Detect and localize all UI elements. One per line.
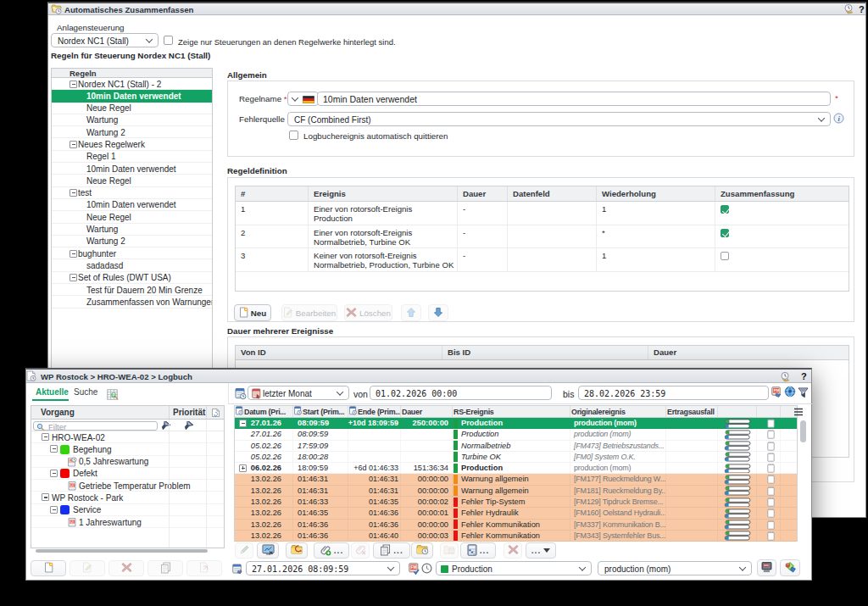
zusammenfassung-checkbox[interactable]: [721, 229, 729, 237]
log-column-header[interactable]: RS-Ereignis: [453, 406, 570, 417]
calculator-button[interactable]: ...: [460, 542, 496, 559]
more-actions-button[interactable]: ...: [526, 542, 556, 559]
regeldefinition-column-header[interactable]: Zusammenfassung: [715, 186, 850, 201]
folder-mail-button[interactable]: [440, 542, 459, 559]
rules-tree-item[interactable]: Neue Regel: [52, 211, 212, 223]
expander-minus-icon[interactable]: [50, 445, 58, 453]
rs-save-icon[interactable]: FM: [771, 386, 782, 399]
note-cell-icon[interactable]: [767, 498, 775, 507]
neu-button[interactable]: Neu: [234, 304, 271, 321]
vorgang-tree-item[interactable]: RSGetriebe Temperatur Problem: [31, 480, 224, 492]
vertical-scrollbar[interactable]: [800, 420, 806, 442]
rules-tree-item[interactable]: Test für Dauern 20 Min Grenze: [52, 284, 212, 296]
page-edit-button[interactable]: [70, 560, 105, 576]
note-cell-icon[interactable]: [767, 531, 775, 541]
log-row[interactable]: 13.02.2601:46:3101:46:3100:00:00Warnung …: [235, 486, 797, 497]
datetime-select[interactable]: 27.01.2026 08:09:59: [246, 561, 400, 575]
report-table-icon[interactable]: P: [107, 389, 119, 402]
vorgang-column-header[interactable]: Vorgang: [41, 408, 75, 417]
rules-tree-item[interactable]: sadadasd: [52, 259, 212, 271]
regeldefinition-row[interactable]: 3Keiner von rotorsoft-EreignisNormalbetr…: [236, 248, 849, 272]
log-row[interactable]: 13.02.2601:46:3601:46:4000:00:03Fehler K…: [235, 531, 797, 542]
note-cell-icon[interactable]: [767, 486, 775, 496]
expander-minus-icon[interactable]: [239, 420, 247, 427]
rules-tree-item[interactable]: Wartung: [52, 224, 212, 236]
attach-add-button[interactable]: ...: [314, 542, 349, 559]
horizontal-scrollbar[interactable]: [36, 549, 208, 553]
page-new-button[interactable]: [31, 560, 66, 576]
rules-tree-item[interactable]: Set of Rules (DWT USA): [52, 272, 212, 284]
note-cell-icon[interactable]: [767, 442, 775, 451]
folder-clock2-button[interactable]: [411, 542, 433, 559]
note-cell-icon[interactable]: [767, 509, 775, 518]
log-row[interactable]: 06.02.2618:09:59+6d 01:46:33151:36:34Pro…: [235, 463, 797, 474]
expander-minus-icon[interactable]: [70, 141, 77, 148]
log-column-header[interactable]: Dauer: [401, 406, 453, 417]
copy-pages-button[interactable]: ...: [373, 542, 410, 559]
column-menu-icon[interactable]: [793, 408, 804, 418]
rules-tree-item[interactable]: Nordex NC1 (Stall) - 2: [52, 78, 212, 90]
rules-tree-item[interactable]: 10min Daten verwendet: [52, 199, 212, 211]
expander-minus-icon[interactable]: [50, 470, 58, 477]
expander-minus-icon[interactable]: [42, 433, 49, 441]
help-button[interactable]: ?: [859, 4, 865, 14]
note-cell-icon[interactable]: [767, 419, 775, 428]
anlagensteuerung-select[interactable]: Nordex NC1 (Stall): [51, 33, 159, 47]
log-row[interactable]: 13.02.2601:46:3101:46:3100:00:00Warnung …: [235, 474, 797, 485]
bearbeiten-button[interactable]: Bearbeiten: [281, 304, 337, 321]
regeldefinition-row[interactable]: 2Einer von rotorsoft-EreignisNormalbetri…: [236, 225, 849, 249]
prioritaet-column-header[interactable]: Priorität: [173, 408, 205, 417]
rules-tree-item[interactable]: Zusammenfassen von Warnungen un: [52, 296, 212, 308]
log-column-header[interactable]: Start (Prim...: [293, 406, 348, 417]
vorgang-tree-item[interactable]: Service: [31, 504, 224, 516]
move-up-button[interactable]: [401, 304, 421, 321]
tab-aktuelle[interactable]: Aktuelle: [36, 387, 69, 397]
expander-minus-icon[interactable]: [50, 506, 58, 514]
titlebar[interactable]: WP Rostock > HRO-WEA-02 > Logbuch ?: [26, 370, 811, 383]
note-cell-icon[interactable]: [767, 464, 775, 473]
loeschen-button[interactable]: Löschen: [344, 304, 392, 321]
zusammenfassung-checkbox[interactable]: [721, 252, 729, 260]
calendar-edit-icon[interactable]: [232, 564, 242, 576]
language-select[interactable]: [287, 92, 319, 106]
vorgang-tree-item[interactable]: HRO-WEA-02: [31, 431, 224, 443]
sync-button[interactable]: [780, 559, 800, 576]
rules-tree-item[interactable]: bughunter: [52, 247, 212, 259]
fehlerquelle-select[interactable]: CF (Combined First): [287, 112, 831, 126]
note-cell-icon[interactable]: [767, 430, 775, 439]
log-row[interactable]: 13.02.2601:46:3601:46:3600:00:00Fehler K…: [235, 520, 797, 531]
attach-remove-button[interactable]: [351, 542, 370, 559]
log-column-header[interactable]: Ende (Prim...: [348, 406, 401, 417]
vorgang-tree-item[interactable]: RS1 Jahreswartung: [31, 516, 224, 528]
page-export-button[interactable]: [186, 560, 222, 576]
dauer-column-header[interactable]: Dauer: [648, 346, 850, 359]
monitor-blue-button[interactable]: [257, 542, 279, 559]
regeldefinition-column-header[interactable]: Dauer: [458, 186, 508, 201]
log-column-header[interactable]: Originalereignis: [570, 406, 666, 417]
quittieren-checkbox[interactable]: [289, 131, 298, 140]
expander-minus-icon[interactable]: [70, 189, 77, 197]
regeldefinition-column-header[interactable]: Wiederholung: [597, 186, 715, 201]
delete-x-button[interactable]: [108, 560, 144, 576]
vorgang-tree-item[interactable]: Begehung: [31, 443, 224, 455]
titlebar[interactable]: Automatisches Zusammenfassen ?: [48, 3, 865, 15]
rules-tree-item[interactable]: Wartung 2: [52, 126, 212, 138]
help-button[interactable]: ?: [801, 371, 807, 381]
event-select[interactable]: production (mom): [598, 561, 752, 575]
log-column-header[interactable]: Datum (Pri...: [235, 406, 293, 417]
clock-session-icon[interactable]: [843, 3, 854, 16]
log-row[interactable]: 05.02.2618:00:28Turbine OK[FM0] System O…: [235, 452, 797, 463]
log-row[interactable]: 13.02.2601:46:3301:46:3500:00:02Fehler T…: [235, 497, 797, 508]
move-down-button[interactable]: [428, 304, 448, 321]
rules-tree-item[interactable]: Neue Regel: [52, 103, 212, 114]
expander-plus-icon[interactable]: [239, 464, 247, 472]
tab-suche[interactable]: Suche: [74, 387, 97, 397]
remote-view-button[interactable]: [757, 559, 776, 576]
von-input[interactable]: 01.02.2026 00:00: [370, 386, 552, 400]
bis-input[interactable]: 28.02.2026 23:59: [578, 386, 769, 400]
dauer-column-header[interactable]: Bis ID: [442, 346, 648, 359]
period-select[interactable]: letzter Monat: [248, 386, 349, 400]
vorgang-tree-item[interactable]: WP Rostock - Park: [31, 492, 224, 503]
delete-x-button[interactable]: [504, 542, 522, 559]
note-cell-icon[interactable]: [767, 453, 775, 462]
